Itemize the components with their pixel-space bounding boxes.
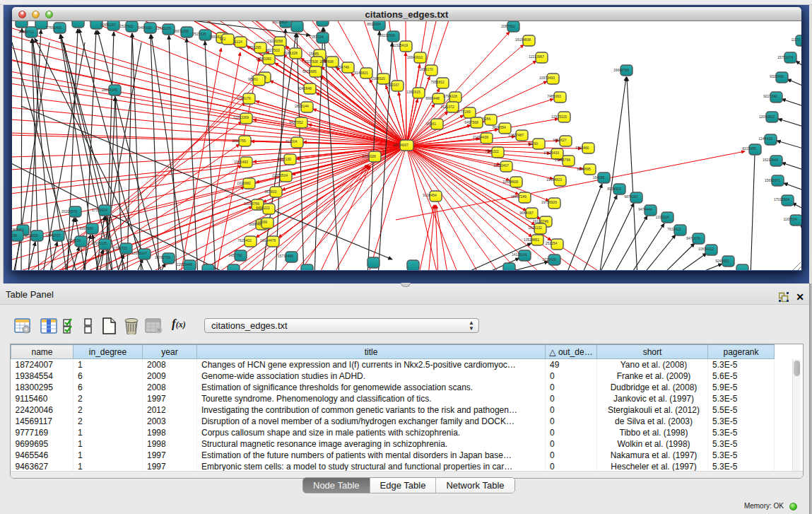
svg-text:9138454: 9138454 — [423, 193, 437, 197]
svg-text:1795723: 1795723 — [113, 246, 127, 250]
svg-text:891295: 891295 — [249, 45, 261, 49]
svg-text:9115460: 9115460 — [575, 146, 589, 150]
svg-text:5875685: 5875685 — [302, 69, 317, 74]
svg-text:15692971: 15692971 — [765, 178, 780, 182]
svg-text:15751074: 15751074 — [777, 55, 793, 59]
svg-text:19756926: 19756926 — [541, 200, 557, 204]
svg-text:6466160: 6466160 — [138, 25, 152, 30]
svg-text:10688609: 10688609 — [502, 180, 518, 184]
svg-text:9227342: 9227342 — [763, 94, 777, 98]
svg-text:8813054: 8813054 — [367, 22, 381, 26]
svg-text:17016504: 17016504 — [774, 197, 789, 201]
svg-text:12942757: 12942757 — [45, 233, 61, 238]
svg-text:16210643: 16210643 — [763, 158, 778, 162]
svg-text:8215955: 8215955 — [742, 146, 756, 151]
svg-text:21364436: 21364436 — [473, 135, 488, 139]
svg-text:18724007: 18724007 — [393, 143, 408, 147]
svg-text:12923448: 12923448 — [177, 262, 192, 267]
svg-text:922: 922 — [220, 37, 226, 41]
svg-text:8186328: 8186328 — [283, 51, 298, 55]
svg-text:7515526: 7515526 — [192, 32, 206, 36]
svg-text:12905135: 12905135 — [91, 241, 107, 245]
svg-text:12975115: 12975115 — [551, 115, 567, 119]
svg-text:114519: 114519 — [69, 238, 81, 243]
svg-text:9699695: 9699695 — [577, 167, 591, 171]
svg-text:8990448: 8990448 — [425, 96, 440, 100]
svg-text:7955812: 7955812 — [430, 80, 445, 84]
svg-text:10655267: 10655267 — [100, 23, 116, 27]
svg-text:27691406: 27691406 — [46, 25, 61, 30]
svg-text:116099: 116099 — [256, 220, 268, 224]
svg-text:867833: 867833 — [265, 189, 277, 194]
svg-text:2087652: 2087652 — [501, 24, 515, 28]
svg-text:8454749: 8454749 — [335, 65, 349, 69]
svg-text:9777169: 9777169 — [457, 110, 471, 114]
svg-text:11353504: 11353504 — [272, 173, 288, 177]
svg-text:17353924: 17353924 — [92, 208, 107, 212]
svg-text:14055712: 14055712 — [18, 30, 34, 34]
svg-text:1362615: 1362615 — [406, 90, 420, 94]
svg-text:8427552: 8427552 — [289, 120, 303, 124]
svg-text:16914479: 16914479 — [260, 238, 276, 243]
svg-text:1733426: 1733426 — [542, 257, 556, 262]
svg-text:10654112: 10654112 — [698, 247, 714, 251]
svg-text:9327508: 9327508 — [304, 59, 318, 64]
svg-text:8938923: 8938923 — [607, 187, 621, 191]
svg-text:1335114: 1335114 — [655, 215, 669, 219]
svg-text:16120746: 16120746 — [533, 219, 548, 223]
svg-text:6879197: 6879197 — [624, 194, 638, 199]
svg-text:16671355: 16671355 — [173, 29, 189, 33]
svg-text:7986322: 7986322 — [485, 149, 499, 153]
svg-text:39159: 39159 — [12, 233, 17, 238]
svg-text:9146821: 9146821 — [354, 71, 368, 75]
svg-text:1615132: 1615132 — [528, 226, 542, 230]
svg-text:19218506: 19218506 — [379, 33, 395, 37]
svg-text:7625402: 7625402 — [237, 238, 252, 243]
svg-text:16543382: 16543382 — [256, 57, 271, 61]
svg-text:2803144: 2803144 — [295, 104, 309, 108]
svg-text:11172: 11172 — [791, 37, 800, 42]
svg-text:7485063: 7485063 — [547, 94, 561, 98]
svg-text:317004: 317004 — [286, 139, 298, 144]
svg-text:164095: 164095 — [593, 175, 605, 180]
svg-text:8267130: 8267130 — [277, 157, 291, 161]
svg-text:1696170: 1696170 — [419, 67, 433, 71]
svg-text:6498222: 6498222 — [256, 206, 270, 210]
svg-text:29053346: 29053346 — [102, 88, 117, 92]
svg-text:9242848: 9242848 — [298, 86, 312, 90]
svg-text:1156829: 1156829 — [24, 233, 37, 238]
svg-text:10807487: 10807487 — [508, 133, 524, 137]
svg-text:12213967: 12213967 — [529, 54, 544, 59]
svg-text:6794028: 6794028 — [443, 94, 457, 98]
svg-text:9827503: 9827503 — [266, 48, 280, 52]
svg-text:20206576: 20206576 — [61, 209, 77, 214]
svg-text:9457791: 9457791 — [228, 253, 242, 257]
svg-text:9463627: 9463627 — [553, 138, 567, 142]
svg-text:15720407: 15720407 — [493, 163, 509, 168]
svg-text:1167534: 1167534 — [783, 217, 796, 221]
svg-text:16782759: 16782759 — [155, 255, 170, 259]
svg-text:16648784: 16648784 — [613, 68, 629, 72]
svg-text:252254: 252254 — [546, 241, 558, 245]
svg-text:3624554: 3624554 — [492, 125, 506, 129]
svg-text:16495796: 16495796 — [555, 158, 570, 162]
svg-text:2718176: 2718176 — [237, 96, 251, 100]
svg-text:19654923: 19654923 — [546, 177, 562, 182]
svg-text:16154838: 16154838 — [515, 37, 531, 42]
svg-text:8471676: 8471676 — [686, 236, 700, 240]
svg-text:9474444: 9474444 — [638, 207, 652, 211]
svg-text:2330028: 2330028 — [362, 154, 376, 158]
svg-text:10973493: 10973493 — [539, 76, 555, 80]
svg-text:15885: 15885 — [309, 52, 319, 56]
svg-text:13524851: 13524851 — [524, 238, 539, 242]
svg-text:9329966: 9329966 — [770, 74, 784, 78]
svg-text:12093822: 12093822 — [759, 115, 775, 119]
svg-text:16961: 16961 — [426, 122, 436, 126]
svg-text:9684067: 9684067 — [519, 211, 534, 215]
svg-text:7357224: 7357224 — [310, 35, 324, 39]
svg-text:11325419: 11325419 — [392, 43, 408, 47]
svg-text:16640910: 16640910 — [407, 55, 423, 59]
svg-text:2867608: 2867608 — [319, 59, 334, 64]
svg-text:1244415: 1244415 — [758, 136, 772, 141]
svg-text:5322037: 5322037 — [385, 83, 399, 87]
